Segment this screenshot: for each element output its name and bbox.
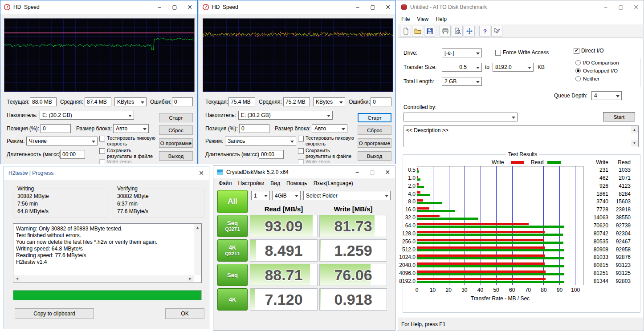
titlebar[interactable]: HD_Speed – ▢ ✕ bbox=[0, 0, 197, 14]
block-size-dropdown[interactable]: Авто bbox=[113, 124, 149, 133]
controlled-by-dropdown[interactable] bbox=[404, 113, 518, 121]
neither-radio[interactable]: Neither bbox=[575, 76, 599, 81]
titlebar[interactable]: H2testw | Progress ✕ bbox=[4, 166, 209, 180]
start-button[interactable]: Старт bbox=[159, 113, 193, 122]
close-button[interactable]: ✕ bbox=[194, 166, 209, 180]
io-comparison-radio[interactable]: I/O Comparison bbox=[575, 60, 619, 65]
error-dot bbox=[239, 32, 240, 33]
minimize-button[interactable]: – bbox=[350, 0, 365, 14]
read-value: 38550 bbox=[610, 214, 631, 222]
direct-io-checkbox[interactable]: Direct I/O bbox=[574, 48, 627, 54]
test-size-dropdown[interactable]: 4GiB bbox=[272, 191, 301, 200]
menu-help[interactable]: Help bbox=[432, 16, 450, 22]
menu-view[interactable]: View bbox=[413, 16, 432, 22]
window-title: H2testw | Progress bbox=[8, 170, 53, 176]
horizontal-scrollbar[interactable] bbox=[14, 275, 194, 282]
overlapped-io-radio[interactable]: Overlapped I/O bbox=[575, 68, 618, 73]
mode-dropdown[interactable]: Чтение bbox=[26, 137, 98, 145]
drive-dropdown[interactable]: [-e-] bbox=[442, 48, 482, 57]
titlebar[interactable]: HD_Speed – ▢ ✕ bbox=[199, 0, 395, 14]
scroll-down-icon[interactable]: ▼ bbox=[631, 140, 638, 146]
reset-button[interactable]: Сброс bbox=[159, 125, 193, 135]
maximize-button[interactable]: ▢ bbox=[167, 0, 182, 14]
total-length-dropdown[interactable]: 2 GB bbox=[442, 77, 482, 86]
duration-input[interactable]: 00:00 bbox=[60, 150, 85, 159]
transfer-to-dropdown[interactable]: 8192.0 bbox=[493, 63, 534, 72]
minimize-button[interactable]: – bbox=[350, 166, 365, 178]
units-dropdown[interactable]: KBytes bbox=[313, 97, 345, 106]
open-file-button[interactable] bbox=[412, 26, 423, 36]
save-results-checkbox[interactable]: Сохранить результаты в файле bbox=[298, 148, 355, 159]
new-file-button[interactable] bbox=[400, 26, 411, 36]
start-button[interactable]: Start bbox=[603, 112, 635, 121]
minimize-button[interactable]: – bbox=[598, 0, 613, 14]
save-file-button[interactable] bbox=[424, 26, 435, 36]
run-all-button[interactable]: All bbox=[217, 190, 248, 213]
queue-depth-dropdown[interactable]: 4 bbox=[591, 91, 622, 100]
scroll-right-icon[interactable]: ► bbox=[187, 275, 194, 282]
units-dropdown[interactable]: KBytes bbox=[114, 97, 147, 106]
target-folder-dropdown[interactable]: Select Folder bbox=[303, 191, 391, 200]
print-preview-button[interactable] bbox=[452, 26, 463, 36]
chart-rows bbox=[417, 166, 583, 285]
x-tick-label: 100 bbox=[571, 287, 580, 293]
transfer-from-dropdown[interactable]: 0.5 bbox=[442, 63, 482, 72]
log-line: Reading speed: 77.6 MByte/s bbox=[16, 252, 192, 259]
menu-file[interactable]: Файл bbox=[216, 180, 235, 186]
block-size-dropdown[interactable]: Авто bbox=[312, 124, 347, 133]
print-button[interactable] bbox=[440, 26, 451, 36]
result-log[interactable]: Warning: Only 30882 of 30883 MByte teste… bbox=[13, 223, 202, 283]
scroll-up-icon[interactable]: ▲ bbox=[631, 126, 638, 133]
force-write-access-checkbox[interactable]: Force Write Access bbox=[495, 49, 567, 56]
close-button[interactable]: ✕ bbox=[380, 166, 395, 178]
help-button[interactable]: ? bbox=[479, 26, 490, 36]
menu-help[interactable]: Помощь bbox=[283, 180, 310, 186]
speed-graph bbox=[203, 18, 393, 92]
menu-file[interactable]: File bbox=[398, 16, 413, 22]
scroll-up-icon[interactable]: ▲ bbox=[194, 224, 201, 231]
chart-row-label: 8192.0 bbox=[398, 277, 416, 285]
scroll-left-icon[interactable]: ◄ bbox=[14, 275, 20, 282]
seq-q32t1-button[interactable]: SeqQ32T1 bbox=[217, 215, 248, 237]
exit-button[interactable]: Выход bbox=[358, 151, 391, 161]
duration-input[interactable]: 00:00 bbox=[259, 150, 284, 159]
menu-settings[interactable]: Настройки bbox=[235, 180, 268, 186]
ok-button[interactable]: OK bbox=[165, 308, 204, 319]
vertical-scrollbar[interactable] bbox=[194, 224, 201, 275]
exit-button[interactable]: Выход bbox=[159, 151, 193, 161]
drive-dropdown[interactable]: E: (30.2 GB) bbox=[40, 111, 134, 120]
copy-to-clipboard-button[interactable]: Copy to clipboard bbox=[15, 308, 94, 319]
maximize-button[interactable]: ▢ bbox=[613, 0, 628, 14]
position-input[interactable]: 0 bbox=[239, 124, 269, 133]
about-button[interactable]: О программе bbox=[358, 138, 391, 148]
4k-button[interactable]: 4K bbox=[217, 288, 248, 311]
move-tool-button[interactable] bbox=[464, 26, 475, 36]
peak-speed-checkbox[interactable]: Тестировать пиковую скорость bbox=[298, 135, 355, 146]
block-size-label: Размер блока: bbox=[76, 124, 112, 133]
write-zeros-checkbox: Write zeros bbox=[298, 159, 355, 164]
titlebar[interactable]: CrystalDiskMark 5.2.0 x64 – ▢ ✕ bbox=[213, 166, 395, 178]
test-count-dropdown[interactable]: 1 bbox=[251, 191, 270, 200]
mode-dropdown[interactable]: Запись bbox=[225, 137, 296, 145]
menu-language[interactable]: Язык(Language) bbox=[310, 180, 356, 186]
reset-button[interactable]: Сброс bbox=[358, 125, 391, 135]
chart-row-label: 1.0 bbox=[398, 174, 416, 182]
4k-q32t1-button[interactable]: 4KQ32T1 bbox=[217, 239, 248, 262]
start-button[interactable]: Старт bbox=[358, 113, 391, 122]
titlebar[interactable]: Untitled - ATTO Disk Benchmark – ▢ ✕ bbox=[397, 0, 644, 14]
close-button[interactable]: ✕ bbox=[380, 0, 395, 14]
menu-view[interactable]: Вид bbox=[267, 180, 283, 186]
drive-dropdown[interactable]: E: (30.2 GB) bbox=[238, 111, 333, 120]
description-box[interactable]: << Description >> ▲ ▼ bbox=[404, 125, 639, 147]
maximize-button[interactable]: ▢ bbox=[365, 0, 380, 14]
save-results-checkbox[interactable]: Сохранить результаты в файле bbox=[99, 148, 156, 159]
seq-button[interactable]: Seq bbox=[217, 264, 248, 286]
position-input[interactable]: 0 bbox=[41, 124, 71, 133]
chevron-down-icon bbox=[476, 67, 480, 71]
about-button[interactable]: О программе bbox=[159, 138, 193, 148]
minimize-button[interactable]: – bbox=[152, 0, 167, 14]
close-button[interactable]: ✕ bbox=[628, 0, 644, 14]
close-button[interactable]: ✕ bbox=[182, 0, 197, 14]
context-help-button[interactable]: ? bbox=[491, 26, 502, 36]
peak-speed-checkbox[interactable]: Тестировать пиковую скорость bbox=[99, 135, 156, 146]
